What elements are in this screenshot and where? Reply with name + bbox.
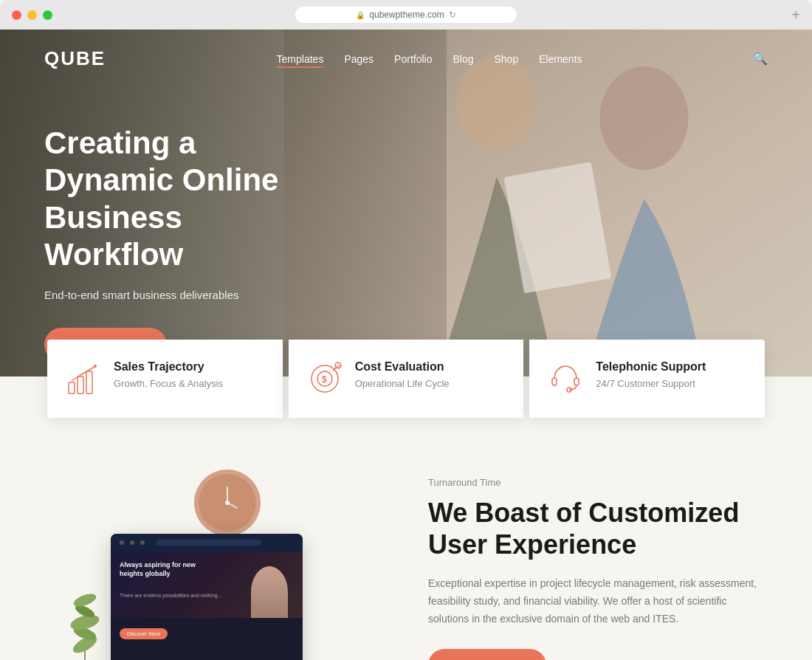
headset-icon — [547, 360, 584, 397]
navbar: QUBE Templates Pages Portfolio Blog Shop — [0, 30, 812, 88]
maximize-button[interactable] — [43, 10, 52, 20]
svg-point-17 — [225, 501, 230, 505]
website-container: QUBE Templates Pages Portfolio Blog Shop — [0, 30, 812, 660]
hero-title: Creating a Dynamic Online Business Workf… — [44, 125, 310, 274]
nav-item-shop[interactable]: Shop — [494, 52, 518, 66]
feature-card-cost: $ ⚙ Cost Evaluation Operational Life Cyc… — [289, 340, 524, 418]
mini-site-body: There are endless possibilities and noth… — [120, 593, 222, 598]
svg-rect-4 — [78, 377, 83, 393]
feature-title-cost: Cost Evaluation — [355, 360, 450, 374]
feature-text-cost: Cost Evaluation Operational Life Cycle — [355, 360, 450, 389]
close-button[interactable] — [12, 10, 21, 20]
section-title: We Boast of Customized User Experience — [428, 497, 768, 560]
svg-rect-3 — [69, 382, 75, 393]
feature-card-sales: Sales Trajectory Growth, Focus & Analysi… — [47, 340, 283, 418]
nav-item-elements[interactable]: Elements — [539, 52, 582, 66]
mini-dot-2 — [130, 540, 134, 545]
nav-item-pages[interactable]: Pages — [344, 52, 374, 66]
mini-dot-3 — [140, 540, 145, 545]
svg-rect-5 — [86, 371, 92, 393]
nav-item-blog[interactable]: Blog — [453, 52, 473, 66]
plant-svg — [59, 549, 111, 660]
mini-site-header — [111, 534, 303, 551]
nav-links: Templates Pages Portfolio Blog Shop Elem… — [277, 52, 582, 66]
section-label: Turnaround Time — [428, 477, 768, 488]
section-description: Exceptional expertise in project lifecyc… — [428, 575, 768, 628]
mini-dot-1 — [120, 540, 124, 545]
hero-subtitle: End-to-end smart business deliverables — [44, 289, 310, 301]
svg-text:$: $ — [322, 374, 327, 385]
svg-rect-12 — [552, 378, 557, 385]
feature-desc-sales: Growth, Focus & Analysis — [114, 378, 223, 389]
cost-icon: $ ⚙ — [306, 360, 343, 397]
feature-cards: Sales Trajectory Growth, Focus & Analysi… — [0, 340, 812, 418]
mini-site-headline: Always aspiring for new heights globally — [120, 560, 201, 579]
clock-svg — [199, 474, 256, 532]
reload-icon[interactable]: ↻ — [449, 10, 456, 20]
mini-site-mockup: Always aspiring for new heights globally… — [111, 534, 303, 660]
url-text: qubewptheme.com — [369, 10, 444, 20]
hero-section: QUBE Templates Pages Portfolio Blog Shop — [0, 30, 812, 377]
site-logo[interactable]: QUBE — [44, 47, 106, 70]
feature-desc-support: 24/7 Customer Support — [596, 378, 706, 389]
clock-face — [199, 474, 256, 532]
feature-card-support: Telephonic Support 24/7 Customer Support — [529, 340, 765, 418]
address-bar[interactable]: 🔒 qubewptheme.com ↻ — [295, 7, 517, 23]
svg-text:⚙: ⚙ — [337, 364, 340, 368]
clock — [194, 470, 261, 536]
left-visual: Always aspiring for new heights globally… — [44, 462, 384, 660]
minimize-button[interactable] — [27, 10, 37, 20]
nav-item-portfolio[interactable]: Portfolio — [394, 52, 432, 66]
lock-icon: 🔒 — [356, 11, 365, 19]
feature-title-sales: Sales Trajectory — [114, 360, 223, 374]
main-section: Always aspiring for new heights globally… — [0, 418, 812, 660]
feature-text-support: Telephonic Support 24/7 Customer Support — [596, 360, 706, 389]
section-cta-button[interactable]: Discover More — [428, 649, 546, 660]
search-icon[interactable]: 🔍 — [753, 52, 768, 66]
feature-title-support: Telephonic Support — [596, 360, 706, 374]
mini-site-btn: Discover More — [120, 628, 168, 639]
right-content: Turnaround Time We Boast of Customized U… — [428, 462, 768, 660]
nav-item-templates[interactable]: Templates — [277, 52, 324, 66]
new-tab-button[interactable]: + — [791, 7, 800, 24]
svg-point-6 — [94, 365, 97, 368]
chart-icon — [65, 360, 102, 397]
browser-chrome: 🔒 qubewptheme.com ↻ + — [0, 0, 812, 30]
feature-text-sales: Sales Trajectory Growth, Focus & Analysi… — [114, 360, 223, 389]
svg-rect-13 — [574, 378, 579, 385]
feature-desc-cost: Operational Life Cycle — [355, 378, 450, 389]
hero-content: Creating a Dynamic Online Business Workf… — [0, 88, 354, 362]
